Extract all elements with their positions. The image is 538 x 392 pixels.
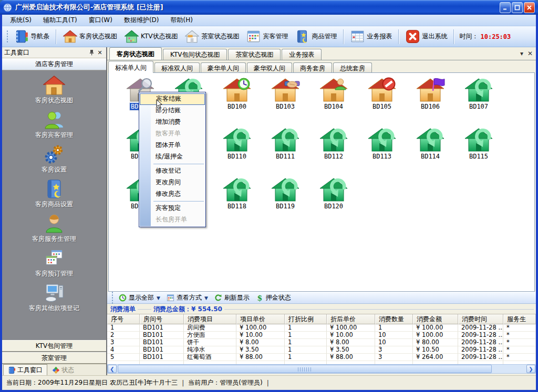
action-刷新显示[interactable]: 刷新显示 [211, 293, 253, 303]
table-row[interactable]: 1BD101房间费¥ 100.001¥ 100.001¥ 100.002009-… [107, 324, 536, 332]
room-status-icon-vacant [270, 127, 301, 152]
sidebar-tab-label: 工具窗口 [17, 366, 43, 375]
tabstrip-buttons: ▾ ✕ [520, 50, 533, 57]
toolbar-button-导航条[interactable]: 导航条 [11, 28, 53, 45]
sidebar-item-客房宾客管理[interactable]: 客房宾客管理 [2, 109, 106, 144]
room-type-tab-商务套房[interactable]: 商务套房 [293, 62, 332, 73]
column-header-折后单价[interactable]: 折后单价 [327, 314, 375, 324]
context-menu-item-团体开单[interactable]: 团体开单 [140, 140, 205, 151]
doc-tab-KTV包间状态视图[interactable]: KTV包间状态视图 [163, 49, 227, 60]
column-header-消费时间[interactable]: 消费时间 [458, 314, 503, 324]
action-押金状态[interactable]: $押金状态 [253, 293, 294, 303]
menu-item-1[interactable]: 辅助工具(T) [37, 15, 83, 26]
context-menu-item-修改登记[interactable]: 修改登记 [140, 165, 205, 177]
context-menu-item-宾客预定[interactable]: 宾客预定 [140, 203, 205, 214]
column-header-房间号[interactable]: 房间号 [140, 314, 184, 324]
horizontal-scrollbar[interactable]: ❮ ❯ [107, 364, 536, 374]
room-type-tab-标准单人间[interactable]: 标准单人间 [108, 61, 153, 73]
room-BD113[interactable]: BD113 [358, 127, 406, 173]
sidebar-group-button-茶室管理[interactable]: 茶室管理 [2, 352, 106, 364]
toolbar-button-业务报表[interactable]: 业务报表 [347, 28, 396, 45]
window-controls [500, 2, 535, 13]
room-BD104[interactable]: BD104 [309, 77, 358, 123]
room-BD120[interactable]: BD120 [309, 177, 358, 223]
column-header-消费金额[interactable]: 消费金额 [413, 314, 458, 324]
tab-scroll-icon[interactable]: ▾ [520, 50, 523, 57]
minimize-button[interactable] [500, 2, 511, 13]
toolbar-button-客房状态视图[interactable]: 客房状态视图 [59, 28, 121, 45]
column-header-打折比例[interactable]: 打折比例 [285, 314, 327, 324]
toolbar-button-商品管理[interactable]: 商品管理 [292, 28, 340, 45]
sidebar-tab-状态[interactable]: 状态 [47, 364, 79, 375]
column-header-服务生[interactable]: 服务生 [503, 314, 536, 324]
room-BD110[interactable]: BD110 [213, 127, 261, 173]
menu-item-4[interactable]: 帮助(H) [165, 15, 199, 26]
room-type-tab-标准双人间[interactable]: 标准双人间 [154, 62, 200, 73]
tab-close-icon[interactable]: ✕ [527, 50, 533, 57]
dropdown-arrow-icon[interactable]: ▼ [157, 295, 160, 301]
room-BD111[interactable]: BD111 [261, 127, 309, 173]
column-header-项目单价[interactable]: 项目单价 [236, 314, 285, 324]
dropdown-arrow-icon[interactable]: ▼ [204, 295, 208, 301]
sidebar-section-header[interactable]: 酒店客房管理 [2, 58, 106, 70]
action-显示全部[interactable]: 显示全部▼ [116, 293, 163, 303]
room-BD105[interactable]: BD105 [358, 77, 406, 123]
scrollbar-thumb[interactable] [118, 365, 492, 373]
pin-icon[interactable] [87, 49, 96, 57]
doc-tab-业务报表[interactable]: 业务报表 [282, 49, 322, 60]
context-menu-item-部分结账[interactable]: 部分结账 [140, 105, 205, 116]
toolbar-button-茶室状态视图[interactable]: 茶室状态视图 [181, 28, 243, 45]
room-type-tab-总统套房[interactable]: 总统套房 [333, 62, 372, 73]
sidebar-item-客房商品设置[interactable]: 客房商品设置 [2, 178, 106, 213]
context-menu-item-修改房态[interactable]: 修改房态 [140, 188, 205, 200]
sidebar-item-客房设置[interactable]: 客房设置 [2, 144, 106, 178]
sidebar-item-客房预订管理[interactable]: 客房预订管理 [2, 248, 106, 282]
column-header-消费项目[interactable]: 消费项目 [184, 314, 236, 324]
toolbar-button-退出系统[interactable]: 退出系统 [402, 28, 451, 45]
sidebar-item-客房状态视图[interactable]: 客房状态视图 [2, 75, 106, 109]
menu-item-2[interactable]: 窗口(W) [83, 15, 118, 26]
toolbar-button-KTV状态视图[interactable]: KTV状态视图 [121, 28, 181, 45]
context-menu-item-宾客结账[interactable]: 宾客结账 [140, 93, 205, 105]
sidebar-item-客房服务生管理[interactable]: 客房服务生管理 [2, 213, 106, 248]
room-BD103[interactable]: BD103 [261, 77, 309, 123]
close-button[interactable] [524, 2, 535, 13]
room-BD106[interactable]: BD106 [406, 77, 454, 123]
room-status-icon-flag [415, 77, 446, 102]
context-menu-item-更改房间[interactable]: 更改房间 [140, 177, 205, 188]
table-row[interactable]: 5BD101红葡萄酒¥ 88.001¥ 88.003¥ 264.002009-1… [107, 354, 536, 361]
context-menu-item-续/退押金[interactable]: 续/退押金 [140, 151, 205, 163]
column-header-消费数量[interactable]: 消费数量 [375, 314, 413, 324]
maximize-button[interactable] [512, 2, 523, 13]
room-BD118[interactable]: BD118 [213, 177, 261, 223]
sidebar-group-button-KTV包间管理[interactable]: KTV包间管理 [2, 340, 106, 352]
menu-item-0[interactable]: 系统(S) [4, 15, 37, 26]
scroll-left-icon[interactable]: ❮ [108, 365, 117, 373]
sidebar-tab-工具窗口[interactable]: 工具窗口 [3, 364, 47, 375]
table-row[interactable]: 2BD101方便面¥ 10.001¥ 10.0010¥ 100.002009-1… [107, 332, 536, 339]
toolbar-button-宾客管理[interactable]: 宾客管理 [243, 28, 292, 45]
table-row[interactable]: 4BD101纯净水¥ 3.501¥ 3.503¥ 10.502009-11-28… [107, 346, 536, 354]
scroll-right-icon[interactable]: ❯ [526, 365, 535, 373]
room-BD114[interactable]: BD114 [406, 127, 454, 173]
room-BD107[interactable]: BD107 [454, 77, 503, 123]
menu-item-3[interactable]: 数据维护(D) [118, 15, 165, 26]
room-type-tab-豪华双人间[interactable]: 豪华双人间 [247, 62, 292, 73]
sidebar-item-客房其他款项登记[interactable]: 客房其他款项登记 [2, 282, 106, 317]
room-BD119[interactable]: BD119 [261, 177, 309, 223]
tool-window-close-icon[interactable]: ✕ [96, 49, 104, 57]
table-row[interactable]: 3BD101饼干¥ 8.001¥ 8.0010¥ 80.002009-11-28… [107, 339, 536, 346]
cell: 3 [375, 346, 413, 354]
context-menu-item-增加消费[interactable]: 增加消费 [140, 116, 205, 128]
action-查看方式[interactable]: 查看方式▼ [163, 293, 211, 303]
column-header-序号[interactable]: 序号 [107, 314, 140, 324]
cell: 2009-11-28 ... [458, 324, 503, 332]
cell: 3 [107, 339, 140, 346]
doc-tab-客房状态视图[interactable]: 客房状态视图 [109, 47, 162, 60]
room-BD115[interactable]: BD115 [454, 127, 503, 173]
room-context-menu: 宾客结账部分结账增加消费散客开单团体开单续/退押金修改登记更改房间修改房态宾客预… [139, 92, 206, 227]
doc-tab-茶室状态视图[interactable]: 茶室状态视图 [228, 49, 281, 60]
room-type-tab-豪华单人间[interactable]: 豪华单人间 [201, 62, 246, 73]
room-BD112[interactable]: BD112 [309, 127, 358, 173]
room-BD100[interactable]: BD100 [213, 77, 261, 123]
